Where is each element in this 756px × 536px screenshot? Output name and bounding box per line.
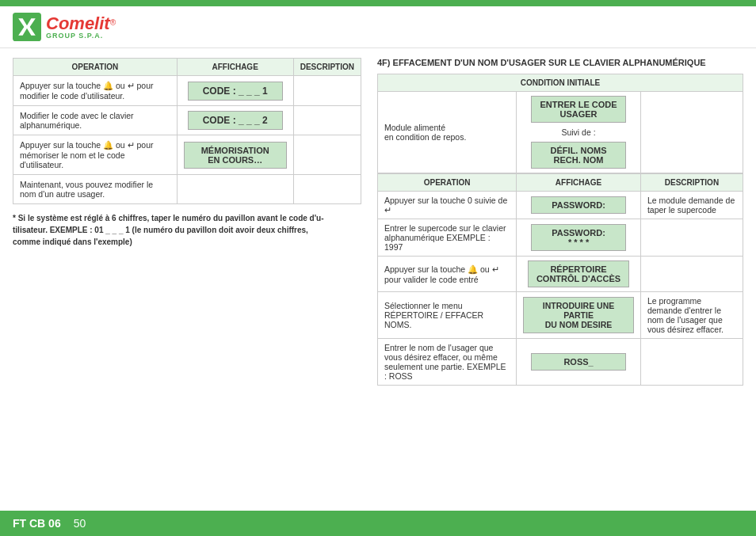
header: Comelit® GROUP S.P.A.: [0, 6, 756, 48]
suivi-de-text: Suivi de :: [523, 127, 634, 137]
bell-icon: 🔔: [103, 81, 113, 90]
r4-description: Le programme demande d'entrer le nom de …: [640, 292, 743, 339]
row2-operation: Modifier le code avec le clavier alphanu…: [13, 106, 178, 135]
footer-page: 50: [74, 517, 86, 530]
note-text: * Si le système est réglé à 6 chiffres, …: [13, 212, 361, 248]
table-row: Sélectionner le menu RÉPERTOIRE / EFFACE…: [378, 292, 743, 339]
arrow-icon: ↵: [128, 81, 135, 90]
right-col-operation: OPERATION: [378, 174, 517, 192]
logo-text: Comelit® GROUP S.P.A.: [46, 15, 116, 40]
row3-operation: Appuyer sur la touche 🔔 ou ↵ pour mémori…: [13, 135, 178, 175]
right-col-affichage: AFFICHAGE: [517, 174, 641, 192]
r1-description: Le module demande de taper le supercode: [640, 192, 743, 219]
r1-operation: Appuyer sur la touche 0 suivie de ↵: [378, 192, 517, 219]
comelit-logo-icon: [13, 13, 41, 41]
brand-group: GROUP S.P.A.: [46, 32, 116, 40]
bell-icon2: 🔔: [103, 140, 113, 150]
table-row: Modifier le code avec le clavier alphanu…: [13, 106, 361, 135]
row4-operation: Maintenant, vous pouvez modifier le nom …: [13, 175, 178, 204]
entrer-code-display: ENTRER LE CODEUSAGER: [531, 96, 626, 123]
top-green-bar: [0, 0, 756, 6]
footer: FT CB 06 50: [0, 511, 756, 536]
repertoire-display: RÉPERTOIRECONTRÔL D'ACCÈS: [528, 260, 629, 287]
row2-affichage: CODE : _ _ _ 2: [177, 106, 293, 135]
left-col-description: DESCRIPTION: [293, 59, 361, 76]
condition-initial-header: CONDITION INITIALE: [378, 74, 743, 92]
arrow-r3: ↵: [492, 264, 499, 274]
main-content: OPERATION AFFICHAGE DESCRIPTION Appuyer …: [0, 48, 756, 508]
row1-description: [293, 76, 361, 106]
password-display-1: PASSWORD:: [531, 196, 626, 214]
table-row: Entrer le nom de l'usager que vous désir…: [378, 339, 743, 386]
r5-affichage: ROSS_: [517, 339, 641, 386]
row4-description: [293, 175, 361, 204]
r2-affichage: PASSWORD:* * * *: [517, 219, 641, 257]
row1-operation: Appuyer sur la touche 🔔 ou ↵ pour modifi…: [13, 76, 178, 106]
table-row: Appuyer sur la touche 🔔 ou ↵ pour mémori…: [13, 135, 361, 175]
table-row: Appuyer sur la touche 0 suivie de ↵ PASS…: [378, 192, 743, 219]
section-title: 4F) EFFACEMENT D'UN NOM D'USAGER SUR LE …: [377, 58, 743, 67]
row4-affichage: [177, 175, 293, 204]
r4-affichage: INTRODUIRE UNE PARTIEDU NOM DESIRE: [517, 292, 641, 339]
row3-description: [293, 135, 361, 175]
right-col-description: DESCRIPTION: [640, 174, 743, 192]
row2-description: [293, 106, 361, 135]
arrow-icon2: ↵: [128, 140, 135, 150]
condition-operation: Module alimentéen condition de repos.: [378, 92, 517, 173]
introduire-display: INTRODUIRE UNE PARTIEDU NOM DESIRE: [523, 297, 634, 333]
ross-display: ROSS_: [531, 353, 626, 371]
table-row: Appuyer sur la touche 🔔 ou ↵ pour modifi…: [13, 76, 361, 106]
r3-affichage: RÉPERTOIRECONTRÔL D'ACCÈS: [517, 257, 641, 292]
left-col-affichage: AFFICHAGE: [177, 59, 293, 76]
row3-affichage: MÉMORISATIONEN COURS…: [177, 135, 293, 175]
condition-table: CONDITION INITIALE Module alimentéen con…: [377, 74, 743, 173]
table-row: Entrer le supercode sur le clavier alpha…: [378, 219, 743, 257]
table-row: Maintenant, vous pouvez modifier le nom …: [13, 175, 361, 204]
r3-operation: Appuyer sur la touche 🔔 ou ↵ pour valide…: [378, 257, 517, 292]
left-table: OPERATION AFFICHAGE DESCRIPTION Appuyer …: [13, 58, 361, 204]
r5-operation: Entrer le nom de l'usager que vous désir…: [378, 339, 517, 386]
bell-r3: 🔔: [468, 264, 478, 274]
r2-description: [640, 219, 743, 257]
memorisation-display: MÉMORISATIONEN COURS…: [184, 142, 287, 169]
footer-ref: FT CB 06: [13, 517, 61, 530]
r4-operation: Sélectionner le menu RÉPERTOIRE / EFFACE…: [378, 292, 517, 339]
r3-description: [640, 257, 743, 292]
left-panel: OPERATION AFFICHAGE DESCRIPTION Appuyer …: [13, 58, 361, 499]
code-display-2: CODE : _ _ _ 2: [188, 111, 283, 130]
row1-affichage: CODE : _ _ _ 1: [177, 76, 293, 106]
r5-description: [640, 339, 743, 386]
arrow-r1: ↵: [384, 205, 391, 215]
password-display-2: PASSWORD:* * * *: [531, 224, 626, 251]
right-operations-table: OPERATION AFFICHAGE DESCRIPTION Appuyer …: [377, 173, 743, 386]
defil-noms-display: DÉFIL. NOMSRECH. NOM: [531, 142, 626, 169]
condition-affichage: ENTRER LE CODEUSAGER Suivi de : DÉFIL. N…: [517, 92, 641, 173]
right-panel: 4F) EFFACEMENT D'UN NOM D'USAGER SUR LE …: [377, 58, 743, 499]
code-display-1: CODE : _ _ _ 1: [188, 82, 283, 101]
logo-area: Comelit® GROUP S.P.A.: [13, 13, 116, 41]
r2-operation: Entrer le supercode sur le clavier alpha…: [378, 219, 517, 257]
brand-name: Comelit®: [46, 15, 116, 32]
table-row: Appuyer sur la touche 🔔 ou ↵ pour valide…: [378, 257, 743, 292]
r1-affichage: PASSWORD:: [517, 192, 641, 219]
left-col-operation: OPERATION: [13, 59, 178, 76]
condition-row: Module alimentéen condition de repos. EN…: [378, 92, 743, 173]
condition-description: [640, 92, 743, 173]
